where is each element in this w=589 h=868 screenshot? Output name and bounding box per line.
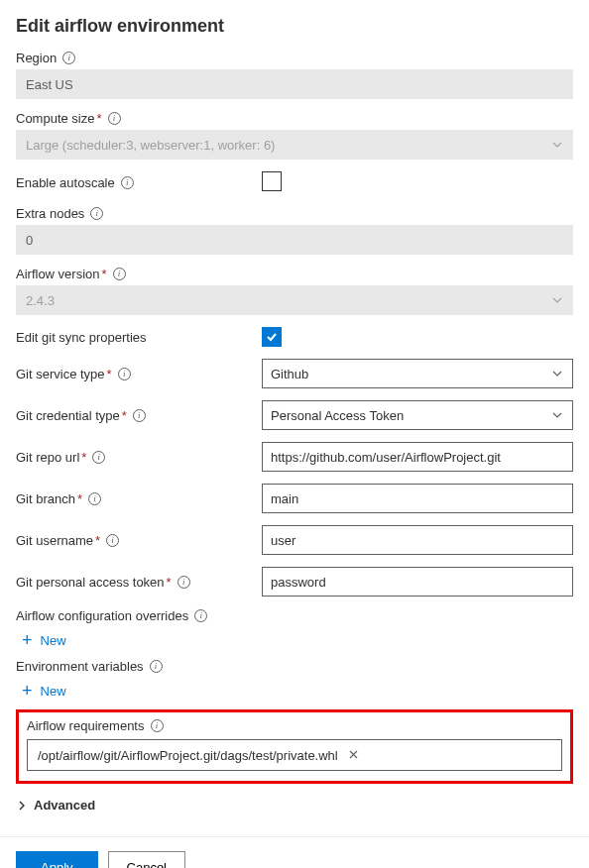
chevron-right-icon — [16, 800, 28, 812]
envvars-add-button[interactable]: + New — [22, 682, 66, 700]
compute-value: Large (scheduler:3, webserver:1, worker:… — [26, 138, 275, 153]
extra-nodes-value: 0 — [16, 225, 573, 255]
compute-select: Large (scheduler:3, webserver:1, worker:… — [16, 130, 573, 160]
info-icon[interactable]: i — [106, 534, 119, 547]
required-mark: * — [77, 491, 82, 506]
envvars-label: Environment variables — [16, 659, 144, 674]
git-branch-label: Git branch — [16, 491, 75, 506]
region-label: Region — [16, 51, 57, 65]
git-token-label: Git personal access token — [16, 575, 165, 590]
info-icon[interactable]: i — [121, 176, 134, 189]
required-mark: * — [167, 575, 172, 590]
info-icon[interactable]: i — [113, 268, 126, 280]
info-icon[interactable]: i — [92, 451, 105, 464]
plus-icon: + — [22, 631, 33, 649]
info-icon[interactable]: i — [90, 207, 103, 220]
remove-tag-icon[interactable] — [348, 748, 359, 763]
git-user-label: Git username — [16, 533, 93, 548]
info-icon[interactable]: i — [88, 492, 101, 505]
chevron-down-icon — [551, 294, 563, 306]
apply-button[interactable]: Apply — [16, 851, 98, 868]
git-branch-input[interactable] — [262, 484, 573, 513]
advanced-label: Advanced — [34, 798, 95, 813]
overrides-label: Airflow configuration overrides — [16, 608, 188, 623]
info-icon[interactable]: i — [133, 409, 146, 422]
extra-nodes-label: Extra nodes — [16, 206, 84, 221]
chevron-down-icon — [551, 139, 563, 151]
cancel-button[interactable]: Cancel — [108, 851, 185, 868]
region-value: East US — [16, 69, 573, 99]
required-mark: * — [122, 408, 127, 423]
autoscale-checkbox[interactable] — [262, 171, 282, 191]
git-url-label: Git repo url — [16, 450, 79, 465]
required-mark: * — [95, 533, 100, 548]
git-sync-checkbox[interactable] — [262, 327, 282, 347]
git-service-label: Git service type — [16, 367, 105, 381]
compute-label: Compute size — [16, 111, 94, 126]
page-title: Edit airflow environment — [16, 16, 573, 37]
required-mark: * — [81, 450, 86, 465]
git-cred-label: Git credential type — [16, 408, 120, 423]
info-icon[interactable]: i — [118, 368, 131, 380]
requirements-input[interactable]: /opt/airflow/git/AirflowProject.git/dags… — [27, 739, 562, 771]
git-user-input[interactable] — [262, 525, 573, 555]
info-icon[interactable]: i — [151, 719, 164, 732]
requirements-section: Airflow requirements i /opt/airflow/git/… — [16, 709, 573, 784]
info-icon[interactable]: i — [177, 576, 190, 589]
info-icon[interactable]: i — [150, 660, 163, 673]
git-sync-label: Edit git sync properties — [16, 330, 147, 345]
required-mark: * — [102, 267, 107, 281]
info-icon[interactable]: i — [62, 52, 75, 64]
overrides-add-button[interactable]: + New — [22, 631, 66, 649]
overrides-add-label: New — [41, 633, 66, 648]
requirements-label: Airflow requirements — [27, 718, 145, 733]
autoscale-label: Enable autoscale — [16, 175, 115, 190]
git-url-input[interactable] — [262, 442, 573, 472]
info-icon[interactable]: i — [108, 112, 121, 125]
requirements-tag: /opt/airflow/git/AirflowProject.git/dags… — [38, 748, 338, 763]
footer-separator — [0, 836, 589, 837]
required-mark: * — [96, 111, 101, 126]
required-mark: * — [107, 367, 112, 381]
airflow-version-select: 2.4.3 — [16, 285, 573, 315]
git-token-input[interactable] — [262, 567, 573, 597]
git-service-select[interactable]: Github — [262, 359, 573, 388]
git-cred-select[interactable]: Personal Access Token — [262, 400, 573, 430]
plus-icon: + — [22, 682, 33, 700]
airflow-version-value: 2.4.3 — [26, 293, 55, 308]
info-icon[interactable]: i — [194, 609, 207, 622]
advanced-expander[interactable]: Advanced — [16, 798, 95, 813]
envvars-add-label: New — [41, 684, 66, 699]
airflow-version-label: Airflow version — [16, 267, 100, 281]
